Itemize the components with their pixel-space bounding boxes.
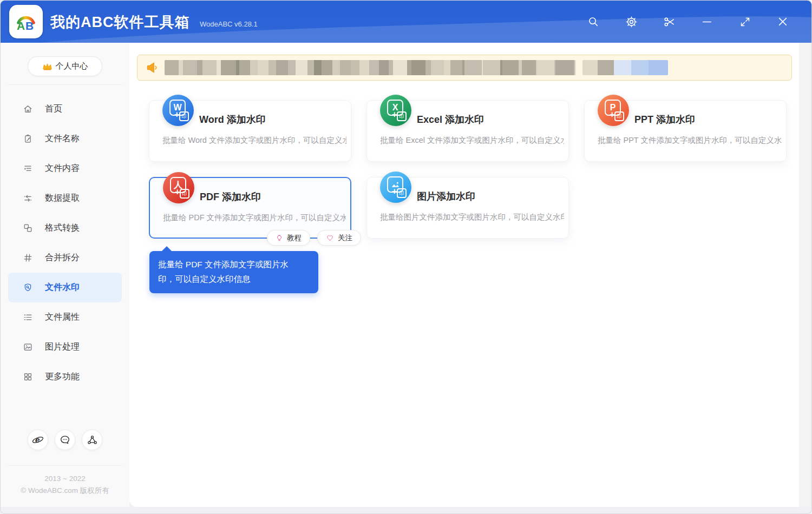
list-icon: [22, 312, 33, 323]
card-title: 图片添加水印: [417, 190, 475, 203]
watermark-shield-icon: [22, 282, 33, 293]
home-icon: [22, 104, 33, 115]
scissors-icon: [663, 16, 676, 28]
gear-icon: [625, 16, 638, 28]
tutorial-button[interactable]: 教程: [267, 230, 310, 246]
swap-arrows-icon: [22, 193, 33, 204]
sidebar-item-file-watermark[interactable]: 文件水印: [8, 273, 122, 302]
chat-bubble-icon: [59, 434, 71, 446]
heart-icon: [326, 234, 334, 242]
tool-card-grid: W + 印 Word 添加水印 批量给 Word 文件添加文字或图片水印，可以自…: [149, 100, 787, 239]
card-title: Word 添加水印: [199, 113, 266, 126]
sidebar-item-merge-split[interactable]: 合并拆分: [8, 243, 122, 273]
notice-banner[interactable]: [137, 55, 792, 81]
sidebar-item-file-name[interactable]: 文件名称: [8, 124, 122, 154]
indented-list-icon: [22, 163, 33, 174]
plus-glyph: +: [392, 110, 397, 120]
sidebar-item-image-process[interactable]: 图片处理: [8, 332, 122, 362]
follow-label: 关注: [338, 233, 352, 243]
card-title: PPT 添加水印: [634, 113, 695, 126]
convert-icon: [22, 223, 33, 234]
lightbulb-icon: [276, 234, 283, 242]
grid-icon: [22, 372, 33, 383]
sidebar-item-label: 文件内容: [45, 163, 80, 174]
titlebar[interactable]: A B 我的ABC软件工具箱 WodeABC v6.28.1: [1, 1, 811, 43]
maximize-icon: [739, 16, 751, 28]
card-image-add-watermark[interactable]: + 印 图片添加水印 批量给图片文件添加文字或图片水印，可以自定义水印信息: [366, 177, 569, 239]
chat-button[interactable]: [55, 430, 75, 450]
settings-button[interactable]: [612, 1, 650, 43]
plus-glyph: +: [174, 110, 179, 120]
card-title: PDF 添加水印: [200, 190, 261, 203]
pdf-watermark-tooltip: 批量给 PDF 文件添加文字或图片水 印，可以自定义水印信息: [149, 251, 318, 293]
plus-glyph: +: [175, 187, 180, 197]
image-watermark-icon: + 印: [380, 172, 411, 203]
ppt-watermark-icon: P + 印: [598, 95, 629, 126]
tooltip-arrow: [161, 246, 172, 252]
share-network-icon: [87, 434, 98, 446]
sidebar-item-label: 图片处理: [45, 341, 80, 353]
cut-tools-button[interactable]: [650, 1, 688, 43]
card-description: 批量给 Excel 文件添加文字或图片水印，可以自定义水印信息: [380, 135, 564, 146]
picture-icon: [22, 342, 33, 353]
copyright-text: © WodeABC.com 版权所有: [1, 485, 129, 497]
card-word-add-watermark[interactable]: W + 印 Word 添加水印 批量给 Word 文件添加文字或图片水印，可以自…: [149, 100, 351, 162]
excel-watermark-icon: X + 印: [380, 95, 411, 126]
sidebar-divider: [8, 465, 122, 466]
scrollbar-track[interactable]: [799, 43, 811, 507]
crown-icon: [42, 62, 53, 71]
sidebar-social-links: e: [1, 430, 129, 450]
pdf-watermark-icon: 人 + 印: [163, 172, 194, 203]
sidebar-item-label: 格式转换: [45, 222, 80, 234]
search-icon: [587, 16, 599, 28]
sidebar-item-home[interactable]: 首页: [8, 94, 122, 124]
censored-notice-link: [582, 60, 668, 75]
app-version: WodeABC v6.28.1: [200, 20, 258, 28]
minimize-icon: [701, 16, 713, 28]
card-action-buttons: 教程 关注: [267, 230, 361, 246]
word-watermark-icon: W + 印: [162, 95, 194, 126]
tutorial-label: 教程: [287, 233, 302, 243]
app-title: 我的ABC软件工具箱: [50, 12, 190, 32]
censored-notice-text: [165, 60, 576, 75]
close-button[interactable]: [764, 1, 802, 43]
hash-icon: [22, 253, 33, 263]
card-excel-add-watermark[interactable]: X + 印 Excel 添加水印 批量给 Excel 文件添加文字或图片水印，可…: [366, 100, 569, 162]
share-button[interactable]: [82, 430, 102, 450]
plus-glyph: +: [610, 110, 614, 120]
card-title: Excel 添加水印: [417, 113, 484, 126]
ie-browser-button[interactable]: e: [28, 430, 48, 450]
sidebar-item-format-convert[interactable]: 格式转换: [8, 213, 122, 243]
sidebar-item-file-content[interactable]: 文件内容: [8, 154, 122, 183]
card-pdf-add-watermark[interactable]: 人 + 印 PDF 添加水印 批量给 PDF 文件添加文字或图片水印，可以自定义…: [149, 177, 351, 239]
sidebar-item-data-extract[interactable]: 数据提取: [8, 183, 122, 213]
sidebar: 个人中心 首页 文件名称: [1, 43, 129, 507]
app-logo: A B: [9, 5, 43, 38]
sidebar-item-label: 文件属性: [45, 312, 80, 323]
sidebar-divider: [8, 84, 122, 85]
sidebar-item-file-attributes[interactable]: 文件属性: [8, 302, 122, 332]
tooltip-line1: 批量给 PDF 文件添加文字或图片水: [158, 257, 310, 272]
card-ppt-add-watermark[interactable]: P + 印 PPT 添加水印 批量给 PPT 文件添加文字或图片水印，可以自定义…: [584, 100, 787, 162]
sidebar-item-label: 首页: [45, 103, 62, 115]
sidebar-item-label: 合并拆分: [45, 252, 80, 263]
ie-icon: e: [31, 433, 44, 446]
search-button[interactable]: [574, 1, 612, 43]
copyright-years: 2013 ~ 2022: [1, 473, 129, 485]
sidebar-item-more-features[interactable]: 更多功能: [8, 362, 122, 392]
clipboard-icon: [22, 134, 33, 144]
close-icon: [777, 16, 789, 28]
card-description: 批量给 PDF 文件添加文字或图片水印，可以自定义水印信息: [163, 213, 346, 223]
personal-center-label: 个人中心: [56, 61, 88, 71]
minimize-button[interactable]: [688, 1, 726, 43]
follow-button[interactable]: 关注: [317, 230, 361, 246]
main-content: W + 印 Word 添加水印 批量给 Word 文件添加文字或图片水印，可以自…: [129, 43, 800, 507]
sidebar-item-label: 文件名称: [45, 133, 80, 144]
card-description: 批量给 PPT 文件添加文字或图片水印，可以自定义水印信息: [598, 135, 782, 146]
logo-letter-b: B: [25, 19, 34, 32]
personal-center-button[interactable]: 个人中心: [28, 56, 102, 76]
card-description: 批量给图片文件添加文字或图片水印，可以自定义水印信息: [380, 212, 564, 222]
maximize-button[interactable]: [726, 1, 764, 43]
plus-glyph: +: [392, 187, 397, 196]
megaphone-icon: [145, 61, 159, 75]
